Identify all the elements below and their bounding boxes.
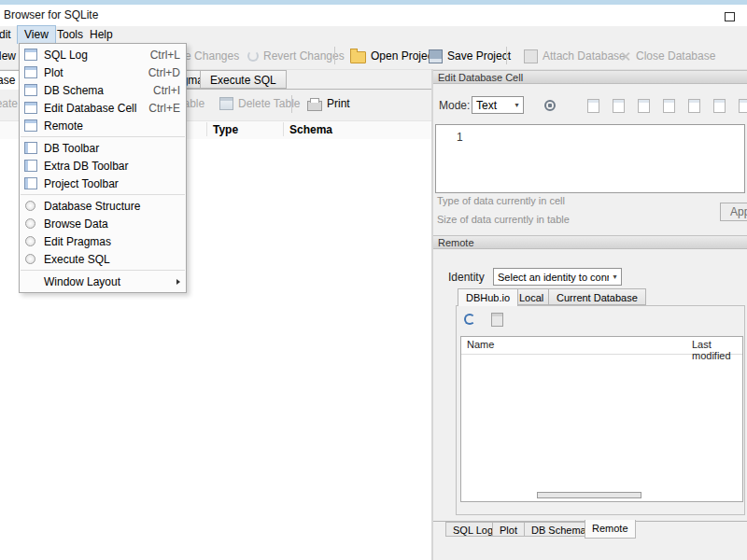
menu-item-project-toolbar[interactable]: Project Toolbar [20,175,186,192]
menu-item-db-schema[interactable]: DB Schema Ctrl+I [20,81,186,99]
menu-edit[interactable]: Edit [0,26,18,44]
tab-icon [25,236,35,246]
menu-item-window-layout[interactable]: Window Layout [20,273,186,290]
column-divider [206,122,207,136]
delete-table-button[interactable]: Delete Table [213,92,307,115]
editor-line-number: 1 [457,131,463,144]
save-project-button[interactable]: Save Project [422,45,517,67]
mode-combobox[interactable]: Text ▾ [472,96,524,114]
save-project-icon [429,49,443,63]
maximize-button[interactable] [715,7,743,26]
menu-item-edit-database-cell[interactable]: Edit Database Cell Ctrl+E [20,99,186,117]
menu-item-database-structure[interactable]: Database Structure [20,197,186,215]
menu-view[interactable]: View [18,26,55,44]
edit-cell-dock-title: Edit Database Cell [433,70,747,84]
remote-tab-dbhub[interactable]: DBHub.io [458,288,518,306]
print-cell-icon[interactable] [711,97,727,114]
menu-item-db-toolbar[interactable]: DB Toolbar [20,139,186,157]
maximize-icon [725,12,735,21]
close-database-button[interactable]: Close Database [613,45,722,67]
menu-separator [21,270,185,271]
menu-help[interactable]: Help [83,26,120,44]
bottom-tab-plot[interactable]: Plot [492,522,525,537]
identity-combobox[interactable]: Select an identity to connect ▾ [493,268,622,286]
bottom-tab-db-schema[interactable]: DB Schema [524,522,594,537]
title-bar: Browser for SQLite [0,5,747,26]
menu-item-execute-sql[interactable]: Execute SQL [20,250,186,268]
view-dropdown-menu: SQL Log Ctrl+L Plot Ctrl+D DB Schema Ctr… [19,43,187,293]
menu-item-sql-log[interactable]: SQL Log Ctrl+L [20,46,186,63]
bottom-tab-remote[interactable]: Remote [585,520,636,539]
panel-icon [24,119,37,132]
clone-database-icon[interactable] [488,311,505,328]
panel-icon [24,49,37,61]
remote-column-name[interactable]: Name [467,339,494,350]
window-title: Browser for SQLite [4,8,98,21]
menu-bar: Edit View Tools Help [0,26,747,44]
toolbar-icon [24,160,37,172]
tab-icon [25,201,35,211]
copy-icon[interactable] [660,97,677,114]
open-project-icon [350,51,366,63]
cell-size-info: Size of data currently in table [437,214,570,225]
chevron-down-icon: ▾ [511,101,523,109]
set-null-icon[interactable] [635,97,652,114]
menu-item-plot[interactable]: Plot Ctrl+D [20,63,186,81]
chevron-down-icon: ▾ [609,273,621,281]
panel-icon [24,66,37,78]
menu-separator [21,194,185,195]
tab-icon [25,254,35,264]
refresh-icon[interactable] [461,311,478,328]
cell-editor[interactable]: 1 [435,124,745,193]
panel-icon [24,102,37,114]
column-divider [283,122,284,136]
toolbar-separator [291,95,292,113]
attach-database-icon [524,49,538,63]
remote-file-list[interactable]: Name Last modified [460,336,743,502]
delete-table-icon [219,97,233,110]
gear-icon[interactable] [542,97,558,114]
print-button[interactable]: Print [301,92,357,115]
toolbar-separator [506,47,507,64]
panel-icon [24,84,37,96]
vertical-splitter[interactable] [431,69,433,560]
print-icon [307,101,322,111]
column-header-schema[interactable]: Schema [289,123,332,136]
remote-tab-current-database[interactable]: Current Database [548,288,646,305]
submenu-arrow-icon [176,279,180,285]
more-icon[interactable] [736,97,747,114]
identity-label: Identity [448,271,485,284]
menu-item-browse-data[interactable]: Browse Data [20,215,186,232]
toolbar-icon [24,142,37,154]
toolbar-separator [334,47,335,64]
close-database-icon [619,50,631,63]
save-cell-icon[interactable] [685,97,702,114]
menu-separator [21,136,185,137]
horizontal-scrollbar-thumb[interactable] [537,492,641,498]
cell-type-info: Type of data currently in cell [437,195,565,206]
menu-item-remote[interactable]: Remote [20,117,186,134]
column-header-type[interactable]: Type [213,123,238,136]
apply-button[interactable]: Apply [720,203,747,221]
remote-list-header: Name Last modified [461,337,742,355]
menu-item-extra-db-toolbar[interactable]: Extra DB Toolbar [20,157,186,175]
remote-dock-title: Remote [433,235,747,249]
app-window: { "window": { "title": "Browser for SQLi… [0,0,747,560]
tab-execute-sql[interactable]: Execute SQL [200,70,287,89]
import-icon[interactable] [585,97,601,114]
toolbar-icon [24,177,37,189]
tab-icon [25,218,35,229]
export-icon[interactable] [610,97,627,114]
remote-column-last-modified[interactable]: Last modified [692,339,742,361]
revert-changes-icon [247,50,259,62]
menu-item-edit-pragmas[interactable]: Edit Pragmas [20,232,186,250]
mode-label: Mode: [439,99,470,112]
